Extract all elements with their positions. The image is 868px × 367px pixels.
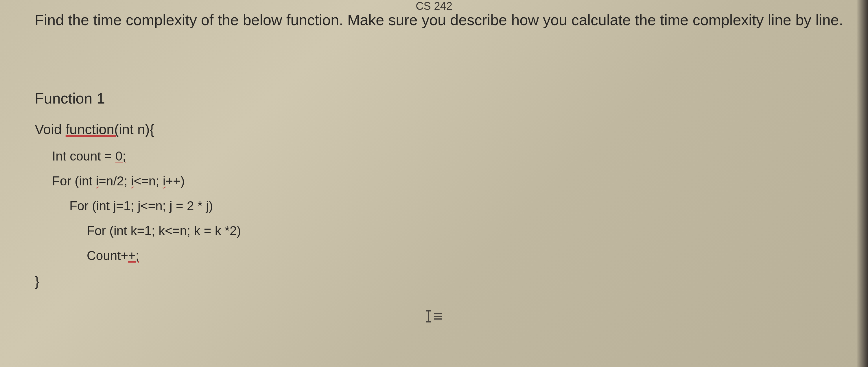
for-i-g: ++) xyxy=(166,174,185,188)
for-k-line: For (int k=1; k<=n; k = k *2) xyxy=(87,223,241,238)
close-brace: } xyxy=(35,273,241,289)
count-a: Count+ xyxy=(87,248,128,263)
init-val: 0; xyxy=(115,149,126,163)
for-i-f: i xyxy=(163,174,166,188)
count-incr-line: Count++; xyxy=(87,248,241,263)
for-i-a: For (int xyxy=(52,174,96,188)
question-prompt: Find the time complexity of the below fu… xyxy=(35,9,850,31)
text-cursor-icon xyxy=(428,309,442,323)
decl-suffix: int n){ xyxy=(119,122,154,137)
function-title: Function 1 xyxy=(35,90,241,107)
decl-name: function( xyxy=(66,122,119,137)
decl-prefix: Void xyxy=(35,122,66,137)
for-i-line: For (int i=n/2; i<=n; i++) xyxy=(52,174,241,188)
function-block: Function 1 Void function(int n){ Int cou… xyxy=(35,90,241,289)
init-prefix: Int count = xyxy=(52,149,115,163)
for-i-e: <=n; xyxy=(134,174,162,188)
for-j-line: For (int j=1; j<=n; j = 2 * j) xyxy=(69,199,241,213)
screen-edge-shadow xyxy=(857,0,868,367)
function-declaration: Void function(int n){ xyxy=(35,121,241,137)
for-i-d: i xyxy=(131,174,134,188)
for-i-c: =n/2; xyxy=(99,174,131,188)
for-i-b: i xyxy=(96,174,99,188)
count-b: +; xyxy=(128,248,139,263)
count-init-line: Int count = 0; xyxy=(52,149,241,163)
